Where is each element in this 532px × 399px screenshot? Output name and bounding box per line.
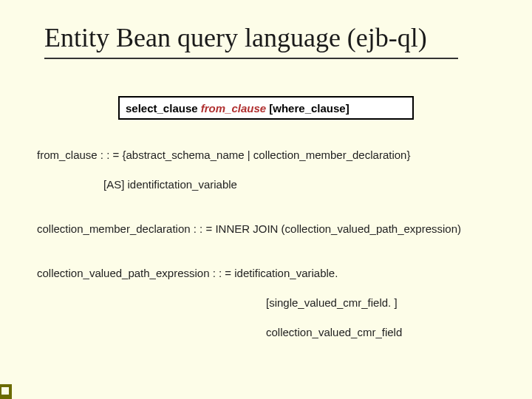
grammar-line-collection-member: collection_member_declaration : : = INNE… [37, 222, 461, 236]
slide: Entity Bean query language (ejb-ql) sele… [0, 0, 532, 399]
slide-title: Entity Bean query language (ejb-ql) [44, 22, 502, 53]
grammar-line-collection-valued: collection_valued_path_expression : : = … [37, 266, 338, 281]
syntax-select: select_clause [126, 102, 201, 115]
grammar-line-from-clause: from_clause : : = {abstract_schema_name … [37, 148, 410, 163]
title-underline [44, 58, 458, 59]
syntax-box: select_clause from_clause [where_clause] [118, 96, 414, 120]
corner-accent-icon [0, 384, 12, 399]
syntax-text: select_clause from_clause [where_clause] [126, 102, 349, 115]
syntax-from: from_clause [201, 102, 266, 115]
grammar-line-cmr-field: collection_valued_cmr_field [266, 325, 402, 340]
grammar-line-single-valued: [single_valued_cmr_field. ] [266, 296, 398, 310]
grammar-line-as: [AS] identifictation_variable [103, 177, 237, 192]
syntax-where: [where_clause] [266, 102, 349, 115]
